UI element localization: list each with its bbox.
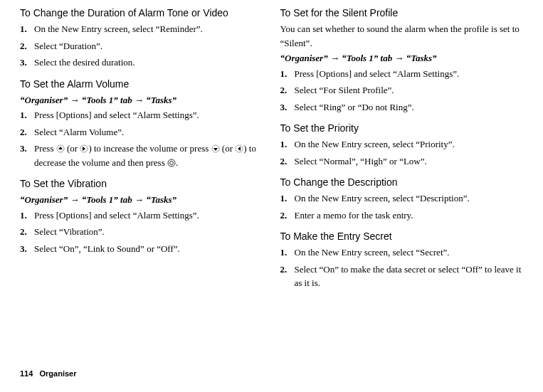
- step-text: On the New Entry screen, select “Priorit…: [295, 139, 455, 149]
- breadcrumb-vibration: “Organiser” → “Tools 1” tab → “Tasks”: [20, 193, 263, 207]
- step-text: Press (or ) to increase the volume or pr…: [34, 143, 256, 168]
- section-title-secret: To Make the Entry Secret: [280, 229, 524, 244]
- step-text: On the New Entry screen, select “Descrip…: [295, 193, 470, 203]
- list-item: 1.Press [Options] and select “Alarm Sett…: [20, 108, 263, 122]
- chapter-name: Organiser: [40, 369, 77, 378]
- list-item: 3. Press (or ) to increase the volume or…: [20, 142, 263, 169]
- step-text: Press [Options] and select “Alarm Settin…: [34, 210, 199, 221]
- steps-vibration: 1.Press [Options] and select “Alarm Sett…: [20, 208, 263, 256]
- steps-silent: 1.Press [Options] and select “Alarm Sett…: [280, 67, 524, 115]
- list-item: 3.Select “On”, “Link to Sound” or “Off”.: [20, 242, 263, 256]
- step-text: Enter a memo for the task entry.: [295, 210, 413, 221]
- list-item: 1.Press [Options] and select “Alarm Sett…: [280, 67, 524, 81]
- list-item: 2.Select “Alarm Volume”.: [20, 125, 263, 139]
- step-text: Select the desired duration.: [34, 57, 135, 68]
- list-item: 1.Press [Options] and select “Alarm Sett…: [20, 208, 263, 223]
- section-title-description: To Change the Description: [280, 175, 524, 190]
- step-text: Select “On”, “Link to Sound” or “Off”.: [34, 243, 180, 254]
- list-item: 1.On the New Entry screen, select “Remin…: [20, 22, 263, 36]
- step-text: Press [Options] and select “Alarm Settin…: [34, 110, 199, 120]
- list-item: 1.On the New Entry screen, select “Secre…: [280, 245, 524, 260]
- left-key-icon: [235, 144, 243, 153]
- right-key-icon: [80, 144, 88, 153]
- list-item: 2.Select “Vibration”.: [20, 225, 263, 239]
- page-number: 114: [20, 369, 33, 378]
- step-text: Select “For Silent Profile”.: [295, 85, 394, 95]
- step-text: Select “Duration”.: [34, 41, 102, 51]
- list-item: 2.Select “For Silent Profile”.: [280, 83, 524, 97]
- list-item: 3.Select the desired duration.: [20, 55, 263, 70]
- step-text: Select “On” to make the data secret or s…: [295, 264, 522, 289]
- section-title-vibration: To Set the Vibration: [20, 176, 263, 191]
- list-item: 1.On the New Entry screen, select “Prior…: [280, 137, 524, 152]
- down-key-icon: [211, 144, 220, 153]
- section-title-priority: To Set the Priority: [280, 121, 524, 136]
- up-key-icon: [56, 144, 65, 153]
- page-columns: To Change the Duration of Alarm Tone or …: [20, 6, 523, 361]
- list-item: 1.On the New Entry screen, select “Descr…: [280, 191, 524, 206]
- svg-point-5: [169, 161, 173, 164]
- list-item: 2.Enter a memo for the task entry.: [280, 208, 524, 223]
- steps-volume: 1.Press [Options] and select “Alarm Sett…: [20, 108, 263, 169]
- step-text: Select “Normal”, “High” or “Low”.: [295, 156, 427, 166]
- section-title-silent: To Set for the Silent Profile: [280, 6, 524, 21]
- list-item: 2.Select “Normal”, “High” or “Low”.: [280, 154, 524, 169]
- intro-silent: You can set whether to sound the alarm w…: [280, 22, 524, 50]
- left-column: To Change the Duration of Alarm Tone or …: [20, 6, 263, 361]
- step-text: Select “Ring” or “Do not Ring”.: [295, 102, 414, 112]
- list-item: 2.Select “On” to make the data secret or…: [280, 263, 524, 290]
- section-title-volume: To Set the Alarm Volume: [20, 77, 263, 92]
- center-key-icon: [167, 159, 176, 167]
- list-item: 2.Select “Duration”.: [20, 39, 263, 53]
- breadcrumb-silent: “Organiser” → “Tools 1” tab → “Tasks”: [280, 51, 524, 65]
- breadcrumb-volume: “Organiser” → “Tools 1” tab → “Tasks”: [20, 93, 263, 107]
- step-text: Select “Alarm Volume”.: [34, 127, 124, 137]
- step-text: Select “Vibration”.: [34, 226, 105, 237]
- steps-secret: 1.On the New Entry screen, select “Secre…: [280, 245, 524, 290]
- steps-duration: 1.On the New Entry screen, select “Remin…: [20, 22, 263, 70]
- list-item: 3.Select “Ring” or “Do not Ring”.: [280, 100, 524, 115]
- step-text: Press [Options] and select “Alarm Settin…: [295, 68, 460, 79]
- svg-point-4: [168, 159, 175, 166]
- step-text: On the New Entry screen, select “Reminde…: [34, 23, 203, 34]
- page-footer: 114 Organiser: [20, 361, 523, 380]
- section-title-duration: To Change the Duration of Alarm Tone or …: [20, 6, 263, 21]
- steps-description: 1.On the New Entry screen, select “Descr…: [280, 191, 524, 222]
- right-column: To Set for the Silent Profile You can se…: [280, 6, 524, 361]
- steps-priority: 1.On the New Entry screen, select “Prior…: [280, 137, 524, 168]
- step-text: On the New Entry screen, select “Secret”…: [295, 247, 450, 258]
